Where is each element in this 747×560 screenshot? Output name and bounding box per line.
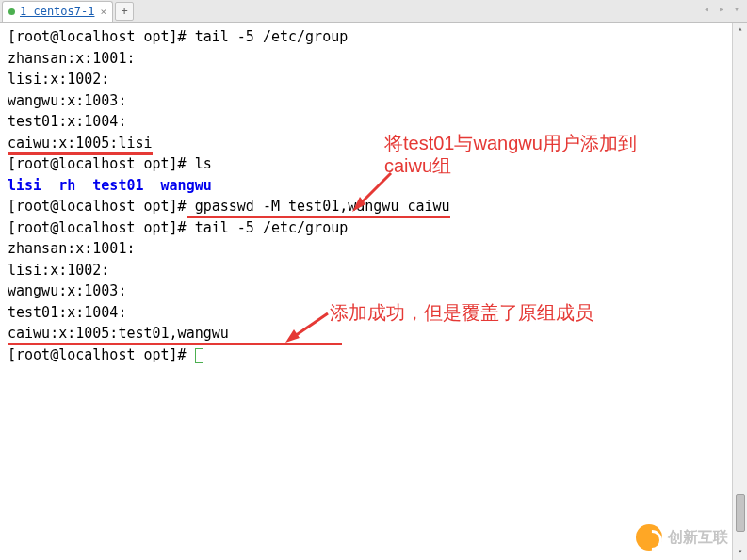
terminal-output[interactable]: [root@localhost opt]# tail -5 /etc/group… (0, 23, 747, 560)
terminal-line: caiwu:x:1005:test01,wangwu (8, 323, 739, 344)
terminal-line: [root@localhost opt]# ls (8, 153, 739, 175)
watermark-logo-icon (636, 524, 662, 551)
close-icon[interactable]: × (100, 6, 106, 18)
new-tab-button[interactable]: + (115, 2, 134, 21)
terminal-prompt: [root@localhost opt]# (8, 344, 739, 366)
tab-status-dot (8, 8, 15, 15)
nav-arrows[interactable]: ◂ ▸ ▾ (704, 4, 741, 14)
scrollbar-thumb[interactable] (736, 494, 745, 532)
cursor (195, 348, 203, 363)
terminal-line: caiwu:x:1005:lisi (8, 133, 739, 154)
terminal-line: zhansan:x:1001: (8, 238, 739, 260)
scrollbar-up-icon[interactable]: ▴ (735, 24, 746, 36)
tab-label: 1 centos7-1 (20, 5, 94, 18)
terminal-line-ls-output: lisi rh test01 wangwu (8, 175, 739, 197)
terminal-line: test01:x:1004: (8, 302, 739, 324)
tab-bar: 1 centos7-1 × + ◂ ▸ ▾ (0, 0, 747, 23)
terminal-line: zhansan:x:1001: (8, 48, 739, 70)
terminal-line: lisi:x:1002: (8, 260, 739, 281)
terminal-line: test01:x:1004: (8, 111, 739, 133)
terminal-line: wangwu:x:1003: (8, 90, 739, 112)
terminal-line: [root@localhost opt]# tail -5 /etc/group (8, 217, 739, 239)
terminal-line: [root@localhost opt]# gpasswd -M test01,… (8, 196, 739, 217)
terminal-line: lisi:x:1002: (8, 69, 739, 90)
scrollbar-down-icon[interactable]: ▾ (735, 547, 746, 558)
watermark: 创新互联 (636, 524, 728, 551)
plus-icon: + (121, 5, 127, 18)
terminal-line: wangwu:x:1003: (8, 280, 739, 302)
terminal-line: [root@localhost opt]# tail -5 /etc/group (8, 26, 739, 48)
tab-centos7-1[interactable]: 1 centos7-1 × (2, 1, 113, 22)
vertical-scrollbar[interactable]: ▴ ▾ (732, 23, 747, 560)
watermark-text: 创新互联 (668, 528, 728, 548)
